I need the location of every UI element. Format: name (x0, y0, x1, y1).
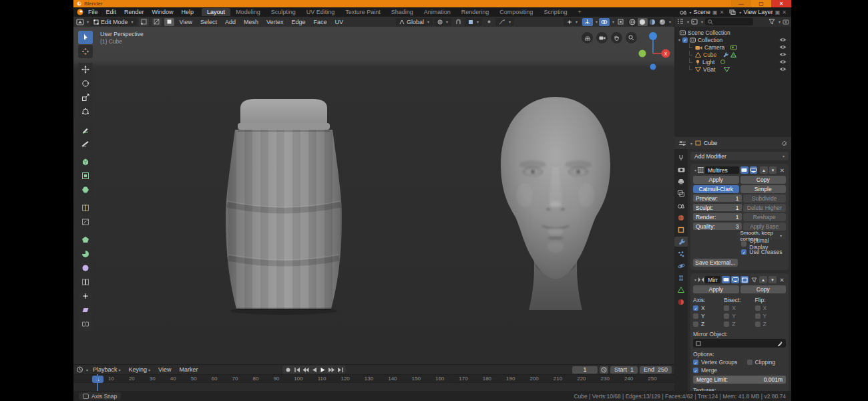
end-frame-field[interactable]: End250 (640, 366, 672, 374)
maximize-button[interactable]: ▢ (751, 0, 771, 7)
clipping-checkbox[interactable] (747, 360, 752, 365)
menu-file[interactable]: File (84, 9, 102, 15)
title-bar[interactable]: Blender — ▢ ✕ (73, 0, 791, 7)
tool-shrink-fatten[interactable] (78, 289, 93, 303)
menu-marker[interactable]: Marker (176, 366, 201, 373)
tool-edge-slide[interactable] (78, 275, 93, 289)
expand-arrow-icon[interactable]: ▾ (694, 277, 696, 282)
simple-button[interactable]: Simple (740, 185, 787, 193)
axis-y-checkbox[interactable] (693, 313, 698, 319)
pan-view-button[interactable] (611, 32, 622, 43)
tab-world[interactable] (674, 213, 688, 223)
falloff-dropdown[interactable]: ▾ (495, 18, 514, 26)
tab-scene[interactable] (674, 200, 688, 211)
render-level-field[interactable]: Render:1 (693, 213, 742, 221)
tool-transform[interactable] (78, 105, 93, 118)
tab-particles[interactable] (674, 249, 688, 259)
tool-annotate[interactable] (78, 123, 93, 136)
current-frame-field[interactable]: 1 (572, 366, 598, 374)
xray-toggle[interactable] (616, 18, 626, 26)
menu-add[interactable]: Add (222, 19, 239, 25)
play-button[interactable] (318, 366, 327, 374)
bisect-y-checkbox[interactable] (724, 313, 729, 319)
axis-z-checkbox[interactable] (693, 321, 698, 327)
tab-tool[interactable] (674, 152, 688, 162)
record-button[interactable] (284, 366, 292, 374)
eyedropper-icon[interactable] (777, 340, 783, 346)
collection-checkbox[interactable]: ✓ (682, 37, 688, 43)
gizmo-y-axis[interactable] (639, 50, 646, 57)
move-modifier-up-button[interactable]: ▲ (759, 276, 767, 283)
bisect-z-checkbox[interactable] (724, 321, 729, 327)
multires-apply-button[interactable]: Apply (693, 176, 739, 184)
tool-smooth[interactable] (78, 261, 93, 275)
workspace-tab-scripting[interactable]: Scripting (538, 8, 572, 16)
perspective-toggle-button[interactable] (582, 32, 593, 43)
overlays-toggle[interactable] (599, 18, 610, 26)
start-frame-field[interactable]: Start1 (610, 366, 638, 374)
outliner-row-light[interactable]: Light (674, 58, 791, 65)
catmull-clark-button[interactable]: Catmull-Clark (693, 185, 739, 193)
timeline-ruler[interactable]: 1020304050607080901001101201301401501601… (73, 374, 674, 383)
minimize-button[interactable]: — (731, 0, 751, 7)
modifier-name-field[interactable]: Multires (705, 166, 739, 174)
reshape-button[interactable]: Reshape (743, 213, 787, 221)
mesh-head[interactable] (501, 97, 610, 310)
menu-playback[interactable]: Playback▾ (89, 366, 124, 373)
workspace-tab-sculpting[interactable]: Sculpting (266, 8, 301, 16)
workspace-tab-shading[interactable]: Shading (386, 8, 419, 16)
vertex-groups-checkbox[interactable]: ✓ (693, 360, 698, 365)
mirror-apply-button[interactable]: Apply (693, 285, 739, 293)
transform-orientation-dropdown[interactable]: Global ▾ (396, 18, 433, 26)
tool-loop-cut[interactable] (78, 201, 93, 215)
merge-checkbox[interactable]: ✓ (693, 368, 698, 373)
tool-rotate[interactable] (78, 77, 93, 90)
proportional-editing-toggle[interactable] (483, 18, 494, 26)
edge-select-toggle[interactable] (152, 18, 162, 26)
menu-edit[interactable]: Edit (102, 9, 121, 15)
expand-arrow-icon[interactable]: ▾ (694, 168, 696, 172)
scene-selector[interactable]: ▾ Scene ▣ ✕ (678, 9, 726, 15)
menu-view-timeline[interactable]: View (155, 366, 174, 373)
tool-knife[interactable] (78, 215, 93, 229)
tool-rip-region[interactable] (78, 317, 93, 331)
navigation-gizmo[interactable]: X (637, 28, 670, 74)
hide-toggle-eye-icon[interactable] (779, 45, 787, 49)
tab-modifiers[interactable] (674, 237, 688, 247)
viewport-visibility-toggle[interactable] (750, 166, 758, 174)
gizmo-z-negative-axis[interactable] (650, 64, 656, 70)
gizmo-z-axis[interactable] (649, 32, 657, 40)
snap-settings-dropdown[interactable]: ▾ (465, 18, 482, 26)
modifier-name-field[interactable]: Mirr (705, 276, 720, 283)
tab-material[interactable] (674, 297, 688, 307)
remove-modifier-button[interactable]: ✕ (778, 276, 786, 283)
flip-y-checkbox[interactable] (755, 313, 761, 319)
menu-select[interactable]: Select (197, 19, 220, 25)
tool-spin[interactable] (78, 247, 93, 261)
menu-vertex[interactable]: Vertex (263, 19, 287, 25)
material-shading-button[interactable] (648, 18, 658, 26)
multires-copy-button[interactable]: Copy (740, 176, 787, 184)
rendered-shading-button[interactable] (658, 18, 668, 26)
face-select-toggle[interactable] (164, 18, 174, 26)
mesh-barrel[interactable] (226, 99, 342, 315)
pivot-point-dropdown[interactable]: ▾ (434, 18, 451, 26)
merge-limit-slider[interactable]: Merge Limit: 0.001m (693, 376, 786, 384)
workspace-tab-compositing[interactable]: Compositing (494, 8, 538, 16)
close-button[interactable]: ✕ (771, 0, 791, 7)
solid-shading-button[interactable] (638, 18, 648, 26)
tool-poly-build[interactable] (78, 233, 93, 247)
workspace-tab-add[interactable]: + (572, 8, 586, 16)
tool-cursor[interactable] (78, 45, 93, 58)
menu-render[interactable]: Render (120, 9, 148, 15)
edit-mode-visibility-toggle[interactable] (740, 276, 748, 283)
outliner-row-scene-collection[interactable]: Scene Collection (674, 29, 791, 36)
bisect-x-checkbox[interactable] (724, 305, 729, 311)
remove-layer-icon[interactable]: ✕ (782, 9, 787, 15)
tab-output[interactable] (674, 176, 688, 186)
new-scene-icon[interactable]: ▣ (712, 9, 718, 15)
move-modifier-down-button[interactable]: ▼ (769, 166, 777, 174)
camera-view-button[interactable] (596, 32, 608, 43)
outliner-row-collection[interactable]: ▾ ✓ Collection (674, 36, 791, 43)
tool-scale[interactable] (78, 91, 93, 104)
